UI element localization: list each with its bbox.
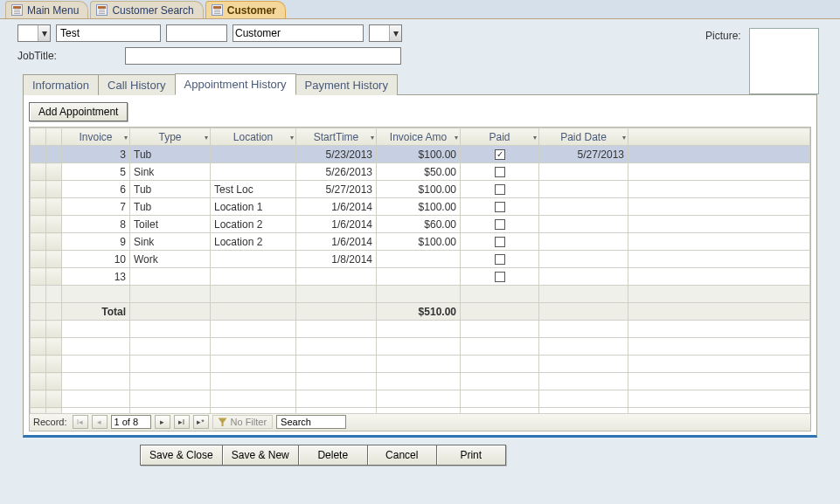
cell-invoice[interactable]: 5 [62,163,130,181]
cell-type[interactable]: Sink [130,233,211,251]
last-name-input[interactable] [233,26,347,40]
jobtitle-input[interactable] [125,47,401,65]
checkbox-icon[interactable]: ✓ [495,149,505,160]
cell-location[interactable] [211,251,296,268]
select-all-rowhead[interactable] [31,128,46,146]
doc-tab-customer[interactable]: Customer [205,1,286,18]
cell-invoice[interactable]: 7 [62,198,130,216]
cell-invoice[interactable]: 8 [62,216,130,233]
row-selector[interactable] [31,268,46,286]
cell-location[interactable]: Test Loc [211,181,296,198]
cell-amount[interactable]: $100.00 [377,198,461,216]
record-position-input[interactable] [111,415,151,429]
save-new-button[interactable]: Save & New [222,445,299,466]
cell-paid-date[interactable] [539,251,628,268]
nav-prev-button[interactable]: ◂ [92,415,108,429]
first-name-input[interactable] [56,24,161,42]
cell-paid-date[interactable] [539,163,628,181]
tab-payment-history[interactable]: Payment History [295,74,398,95]
row-selector[interactable] [31,198,46,216]
cell-type[interactable]: Sink [130,163,211,181]
nav-first-button[interactable]: I◂ [73,415,88,429]
cell-starttime[interactable]: 1/6/2014 [296,198,377,216]
cell-starttime[interactable] [296,268,377,286]
cell-invoice[interactable]: 6 [62,181,130,198]
col-invoice[interactable]: Invoice▾ [62,128,130,146]
table-row[interactable]: 7TubLocation 11/6/2014$100.00 [31,198,810,216]
checkbox-icon[interactable] [495,219,505,230]
nav-last-button[interactable]: ▸I [174,415,190,429]
cell-paid[interactable] [461,163,539,181]
expand-cell[interactable] [46,233,62,251]
cell-amount[interactable]: $100.00 [377,233,461,251]
cell-invoice[interactable]: 9 [62,233,130,251]
col-paid[interactable]: Paid▾ [461,128,539,146]
middle-name-input[interactable] [166,24,227,42]
row-selector[interactable] [31,216,46,233]
cell-starttime[interactable]: 5/23/2013 [296,146,377,163]
cell-paid[interactable] [461,268,539,286]
doc-tab-main-menu[interactable]: Main Menu [5,1,88,18]
col-starttime[interactable]: StartTime▾ [296,128,377,146]
row-selector[interactable] [31,251,46,268]
cell-invoice[interactable]: 10 [62,251,130,268]
cell-amount[interactable] [377,251,461,268]
col-type[interactable]: Type▾ [130,128,211,146]
cell-invoice[interactable]: 3 [62,146,130,163]
checkbox-icon[interactable] [495,272,505,282]
record-search-input[interactable] [276,415,346,429]
cell-starttime[interactable]: 1/8/2014 [296,251,377,268]
picture-frame[interactable] [749,28,819,94]
cancel-button[interactable]: Cancel [367,445,437,466]
cell-location[interactable]: Location 2 [211,233,296,251]
delete-button[interactable]: Delete [298,445,368,466]
table-row[interactable]: 3Tub5/23/2013$100.00✓5/27/2013 [31,146,810,163]
cell-starttime[interactable]: 1/6/2014 [296,216,377,233]
checkbox-icon[interactable] [495,202,505,212]
cell-paid[interactable] [461,216,539,233]
tab-information[interactable]: Information [23,74,99,95]
cell-paid[interactable] [461,251,539,268]
add-appointment-button[interactable]: Add Appointment [29,102,128,121]
tab-appointment-history[interactable]: Appointment History [175,73,296,95]
cell-invoice[interactable]: 13 [62,268,130,286]
expand-cell[interactable] [46,268,62,286]
row-selector[interactable] [31,163,46,181]
checkbox-icon[interactable] [495,184,505,195]
cell-type[interactable]: Tub [130,146,211,163]
cell-type[interactable]: Toilet [130,216,211,233]
cell-location[interactable] [211,163,296,181]
expand-cell[interactable] [46,216,62,233]
last-name-combo[interactable] [233,24,364,42]
cell-amount[interactable]: $100.00 [377,181,461,198]
cell-type[interactable]: Tub [130,198,211,216]
cell-paid-date[interactable] [539,181,628,198]
cell-amount[interactable]: $100.00 [377,146,461,163]
tab-call-history[interactable]: Call History [98,74,175,95]
col-paid-date[interactable]: Paid Date▾ [539,128,628,146]
nav-next-button[interactable]: ▸ [155,415,170,429]
cell-type[interactable]: Tub [130,181,211,198]
cell-location[interactable]: Location 2 [211,216,296,233]
cell-paid-date[interactable] [539,268,628,286]
cell-amount[interactable] [377,268,461,286]
checkbox-icon[interactable] [495,254,505,265]
cell-paid[interactable] [461,198,539,216]
checkbox-icon[interactable] [495,237,505,247]
table-row[interactable]: 5Sink5/26/2013$50.00 [31,163,810,181]
suffix-combo[interactable]: ▾ [369,24,402,42]
cell-paid-date[interactable]: 5/27/2013 [539,146,628,163]
expand-cell[interactable] [46,163,62,181]
cell-paid[interactable] [461,233,539,251]
table-row[interactable]: 9SinkLocation 21/6/2014$100.00 [31,233,810,251]
table-row[interactable]: 10Work1/8/2014 [31,251,810,268]
cell-paid-date[interactable] [539,233,628,251]
cell-type[interactable]: Work [130,251,211,268]
doc-tab-customer-search[interactable]: Customer Search [90,1,203,18]
checkbox-icon[interactable] [495,167,505,177]
col-location[interactable]: Location▾ [211,128,296,146]
cell-starttime[interactable]: 1/6/2014 [296,233,377,251]
table-row[interactable]: 6TubTest Loc5/27/2013$100.00 [31,181,810,198]
expand-cell[interactable] [46,146,62,163]
cell-location[interactable]: Location 1 [211,198,296,216]
